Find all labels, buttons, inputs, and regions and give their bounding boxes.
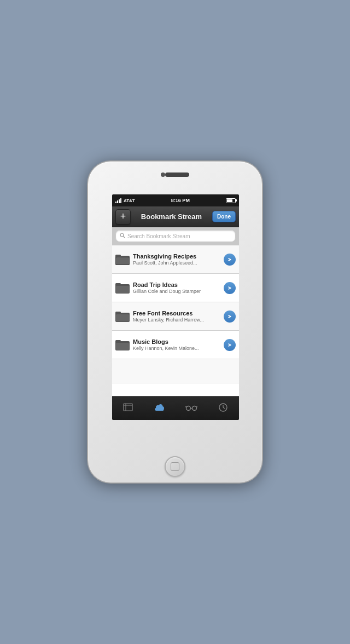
svg-rect-15 xyxy=(124,404,132,411)
time-label: 8:16 PM xyxy=(171,198,190,203)
done-button[interactable]: Done xyxy=(212,211,236,222)
svg-point-19 xyxy=(192,406,197,410)
home-button[interactable] xyxy=(165,456,185,477)
carrier-label: AT&T xyxy=(124,198,135,203)
svg-rect-4 xyxy=(115,255,121,257)
folder-icon xyxy=(115,254,130,266)
list-item[interactable]: Music Blogs Kelly Hannon, Kevin Malone..… xyxy=(112,331,239,359)
item-subtitle: Gillian Cole and Doug Stamper xyxy=(133,289,220,294)
signal-bars xyxy=(115,198,121,203)
item-text: Music Blogs Kelly Hannon, Kevin Malone..… xyxy=(133,338,220,351)
svg-rect-13 xyxy=(115,340,121,343)
svg-rect-8 xyxy=(116,286,129,293)
chevron-button[interactable] xyxy=(224,254,236,266)
bookmarks-icon xyxy=(123,403,133,414)
svg-line-25 xyxy=(223,407,225,409)
front-camera xyxy=(161,173,165,177)
svg-rect-14 xyxy=(116,343,129,350)
search-icon xyxy=(120,233,125,239)
item-subtitle: Kelly Hannon, Kevin Malone... xyxy=(133,346,220,351)
cloud-icon xyxy=(154,404,165,413)
folder-icon xyxy=(115,339,130,351)
empty-row xyxy=(112,359,239,383)
nav-bar: + Bookmark Stream Done xyxy=(112,206,239,227)
search-bar: Search Bookmark Stream xyxy=(112,227,239,245)
status-left: AT&T xyxy=(115,198,135,203)
svg-rect-11 xyxy=(116,314,129,321)
tab-stream[interactable] xyxy=(144,396,176,420)
signal-bar-3 xyxy=(119,199,120,203)
svg-point-18 xyxy=(186,406,191,410)
tab-history[interactable] xyxy=(207,396,239,420)
item-text: Free Font Resources Meyer Lansky, Richar… xyxy=(133,310,220,323)
status-bar: AT&T 8:16 PM xyxy=(112,194,239,206)
list-item[interactable]: Free Font Resources Meyer Lansky, Richar… xyxy=(112,302,239,331)
signal-bar-4 xyxy=(120,198,121,203)
search-input-wrap[interactable]: Search Bookmark Stream xyxy=(115,230,236,242)
item-text: Thanksgiving Recipes Paul Scott, John Ap… xyxy=(133,253,220,266)
glasses-icon xyxy=(185,404,197,413)
svg-rect-5 xyxy=(116,257,129,264)
item-title: Music Blogs xyxy=(133,338,220,345)
status-right xyxy=(226,198,236,203)
tab-reader[interactable] xyxy=(176,396,207,420)
list-item[interactable]: Thanksgiving Recipes Paul Scott, John Ap… xyxy=(112,245,239,274)
item-subtitle: Meyer Lansky, Richard Harrow... xyxy=(133,317,220,323)
add-button[interactable]: + xyxy=(115,209,131,225)
chevron-button[interactable] xyxy=(224,282,236,294)
svg-rect-7 xyxy=(115,283,121,286)
phone-frame: AT&T 8:16 PM + Bookmark Stream Done xyxy=(88,161,262,483)
item-text: Road Trip Ideas Gillian Cole and Doug St… xyxy=(133,281,220,294)
home-button-inner xyxy=(171,462,179,471)
page-title: Bookmark Stream xyxy=(131,212,212,221)
signal-bar-1 xyxy=(115,202,116,203)
clock-icon xyxy=(219,403,228,414)
speaker xyxy=(165,173,189,177)
bookmark-list: Thanksgiving Recipes Paul Scott, John Ap… xyxy=(112,245,239,396)
folder-icon xyxy=(115,311,130,323)
tab-bookmarks[interactable] xyxy=(112,396,144,420)
item-title: Free Font Resources xyxy=(133,310,220,317)
item-subtitle: Paul Scott, John Appleseed... xyxy=(133,260,220,266)
battery-fill xyxy=(227,199,232,202)
folder-icon xyxy=(115,282,130,294)
item-title: Thanksgiving Recipes xyxy=(133,253,220,260)
search-placeholder: Search Bookmark Stream xyxy=(127,233,190,239)
battery-icon xyxy=(226,198,236,203)
signal-bar-2 xyxy=(117,200,118,203)
item-title: Road Trip Ideas xyxy=(133,281,220,288)
list-item[interactable]: Road Trip Ideas Gillian Cole and Doug St… xyxy=(112,274,239,302)
tab-bar xyxy=(112,396,239,420)
phone-screen: AT&T 8:16 PM + Bookmark Stream Done xyxy=(112,194,239,420)
chevron-button[interactable] xyxy=(224,339,236,351)
empty-row xyxy=(112,383,239,396)
chevron-button[interactable] xyxy=(224,311,236,323)
svg-line-1 xyxy=(124,237,125,238)
svg-rect-10 xyxy=(115,312,121,314)
